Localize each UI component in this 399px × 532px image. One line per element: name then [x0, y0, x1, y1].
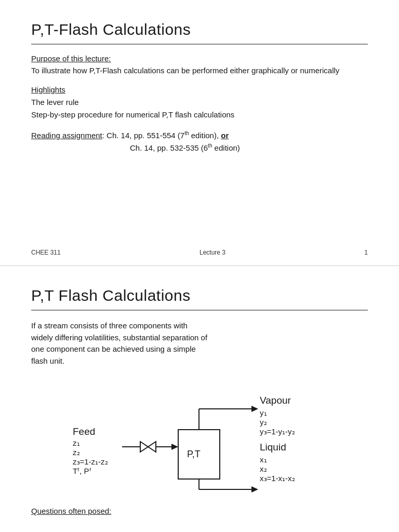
slide1-footer: CHEE 311 Lecture 3 1: [31, 249, 368, 256]
slide-1: P,T-Flash Calculations Purpose of this l…: [0, 0, 399, 266]
liquid-label-text: Liquid: [260, 442, 286, 453]
footer-center: Lecture 3: [200, 249, 225, 256]
slide2-left: If a stream consists of three components…: [31, 320, 208, 375]
svg-text:z₂: z₂: [73, 448, 80, 457]
reading-sup1: th: [184, 130, 189, 136]
svg-text:y₃=1-y₁-y₂: y₃=1-y₁-y₂: [260, 427, 295, 436]
vapour-label-text: Vapour: [260, 395, 291, 406]
svg-marker-6: [148, 442, 156, 452]
svg-marker-12: [251, 406, 258, 412]
purpose-label: Purpose of this lecture:: [31, 54, 368, 63]
reading-line2-end: edition): [212, 143, 240, 152]
svg-text:Tᶠ, Pᶠ: Tᶠ, Pᶠ: [73, 467, 91, 475]
highlights-list: The lever rule Step-by-step procedure fo…: [31, 96, 368, 121]
svg-text:y₂: y₂: [260, 418, 267, 427]
reading-line1-pre: : Ch. 14, pp. 551-554 (7: [102, 131, 184, 140]
highlight-1: The lever rule: [31, 96, 368, 109]
svg-marker-8: [171, 444, 178, 450]
feed-label-text: Feed: [73, 426, 95, 437]
reading-label: Reading assignment: [31, 131, 102, 140]
questions-label: Questions often posed:: [31, 507, 368, 515]
svg-marker-21: [251, 486, 258, 493]
flash-box-label: P,T: [187, 449, 201, 459]
flash-diagram: Feed z₁ z₂ z₃=1-z₁-z₂ Tᶠ, Pᶠ P,T: [31, 380, 368, 496]
svg-text:x₂: x₂: [260, 464, 267, 473]
svg-text:z₁: z₁: [73, 438, 80, 447]
footer-left: CHEE 311: [31, 249, 61, 256]
slide2-title: P,T Flash Calculations: [31, 287, 368, 304]
reading-line-2: Ch. 14, pp. 532-535 (6th edition): [31, 142, 368, 154]
reading-line-1: Reading assignment: Ch. 14, pp. 551-554 …: [31, 129, 368, 142]
purpose-text: To illustrate how P,T-Flash calculations…: [31, 65, 368, 77]
slide2-top: If a stream consists of three components…: [31, 320, 368, 375]
slide2-divider: [31, 310, 368, 311]
highlights-label: Highlights: [31, 85, 368, 94]
highlight-2: Step-by-step procedure for numerical P,T…: [31, 109, 368, 121]
flash-diagram-svg: Feed z₁ z₂ z₃=1-z₁-z₂ Tᶠ, Pᶠ P,T: [31, 380, 364, 495]
page: P,T-Flash Calculations Purpose of this l…: [0, 0, 399, 532]
reading-or: or: [221, 131, 229, 140]
reading-line1-post: edition),: [189, 131, 219, 140]
slide-2: P,T Flash Calculations If a stream consi…: [0, 266, 399, 532]
svg-text:z₃=1-z₁-z₂: z₃=1-z₁-z₂: [73, 457, 108, 466]
svg-text:x₁: x₁: [260, 455, 267, 464]
svg-marker-5: [140, 442, 148, 452]
reading-section: Reading assignment: Ch. 14, pp. 551-554 …: [31, 129, 368, 154]
footer-right: 1: [364, 249, 368, 256]
svg-text:x₃=1-x₁-x₂: x₃=1-x₁-x₂: [260, 474, 295, 483]
reading-line2: Ch. 14, pp. 532-535 (6: [130, 143, 208, 152]
slide1-title: P,T-Flash Calculations: [31, 21, 368, 38]
slide2-intro: If a stream consists of three components…: [31, 320, 208, 367]
slide1-divider: [31, 44, 368, 45]
svg-text:y₁: y₁: [260, 408, 267, 417]
